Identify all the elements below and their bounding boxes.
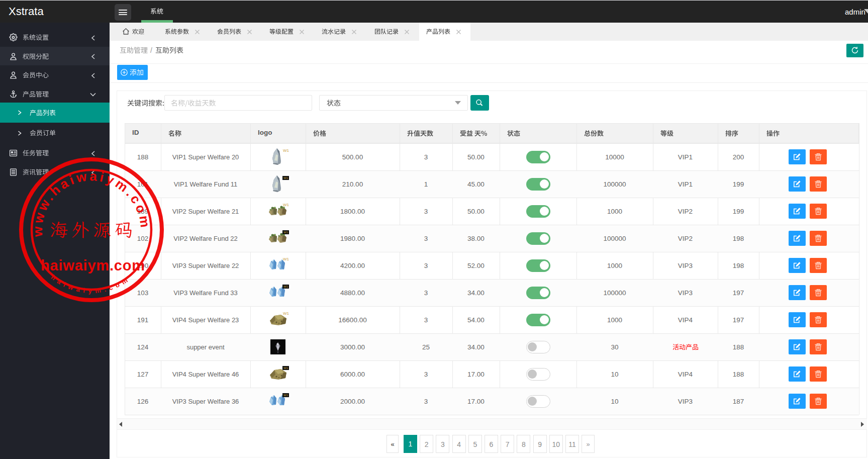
svg-text:haiwaiym.com: haiwaiym.com (41, 257, 145, 273)
svg-text:www.haiwaiym.com: www.haiwaiym.com (30, 168, 153, 237)
svg-text:W1: W1 (283, 257, 290, 261)
svg-text:W1: W1 (283, 176, 288, 179)
svg-text:W1: W1 (283, 203, 290, 207)
svg-text:W1: W1 (283, 285, 288, 288)
svg-text:W1: W1 (283, 311, 290, 316)
svg-text:W1: W1 (283, 231, 288, 234)
svg-text:W1: W1 (283, 148, 290, 153)
svg-text:W1: W1 (283, 394, 288, 397)
svg-text:W1: W1 (283, 366, 288, 370)
